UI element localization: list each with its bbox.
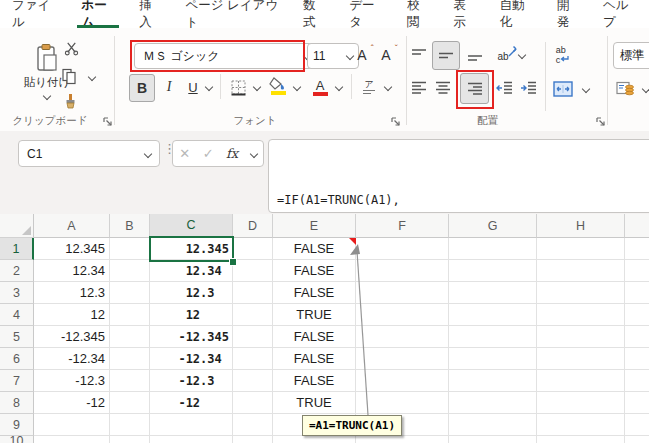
font-color-button[interactable]: A <box>308 74 332 100</box>
cell-B10[interactable] <box>110 436 150 443</box>
cell-partial[interactable] <box>625 370 649 392</box>
cell-B1[interactable] <box>110 238 150 260</box>
tab-help[interactable]: ヘルプ <box>591 0 649 28</box>
row-header-1[interactable]: 1 <box>0 238 34 260</box>
fill-color-button[interactable] <box>266 74 290 100</box>
underline-button[interactable]: U <box>183 74 203 100</box>
cell-partial[interactable] <box>625 238 649 260</box>
cell-F4[interactable] <box>356 304 449 326</box>
cell-B8[interactable] <box>110 392 150 414</box>
cell-A4[interactable]: 12 <box>34 304 110 326</box>
cell-F6[interactable] <box>356 348 449 370</box>
cell-F1[interactable] <box>356 238 449 260</box>
cell-E2[interactable]: FALSE <box>273 260 356 282</box>
cell-C7[interactable]: -12.3 <box>150 370 233 392</box>
cell-partial[interactable] <box>625 348 649 370</box>
cell-partial[interactable] <box>625 304 649 326</box>
orientation-button[interactable]: ab <box>490 43 516 67</box>
decrease-font-size-button[interactable]: Aˇ <box>375 43 397 67</box>
cell-C2[interactable]: 12.34 <box>150 260 233 282</box>
cell-G1[interactable] <box>449 238 537 260</box>
cell-B9[interactable] <box>110 414 150 436</box>
select-all-corner[interactable] <box>0 214 34 238</box>
tab-file[interactable]: ファイル <box>0 0 69 28</box>
cell-A9[interactable] <box>34 414 110 436</box>
cell-D2[interactable] <box>233 260 273 282</box>
cell-D10[interactable] <box>233 436 273 443</box>
orientation-dropdown-icon[interactable] <box>516 46 528 64</box>
cell-A5[interactable]: -12.345 <box>34 326 110 348</box>
cell-G2[interactable] <box>449 260 537 282</box>
cell-F3[interactable] <box>356 282 449 304</box>
row-header-3[interactable]: 3 <box>0 282 34 304</box>
column-header-f[interactable]: F <box>356 214 449 238</box>
phonetic-guide-button[interactable]: ア <box>357 74 381 100</box>
bottom-align-button[interactable] <box>464 43 486 67</box>
cell-G7[interactable] <box>449 370 537 392</box>
borders-button[interactable] <box>226 74 250 100</box>
cell-H5[interactable] <box>537 326 625 348</box>
cell-G8[interactable] <box>449 392 537 414</box>
cell-G6[interactable] <box>449 348 537 370</box>
tab-developer[interactable]: 開発 <box>545 0 591 28</box>
phonetic-dropdown-icon[interactable] <box>382 78 394 96</box>
cell-A6[interactable]: -12.34 <box>34 348 110 370</box>
underline-dropdown-icon[interactable] <box>203 78 215 96</box>
cell-D3[interactable] <box>233 282 273 304</box>
cell-B7[interactable] <box>110 370 150 392</box>
clipboard-dialog-launcher-icon[interactable] <box>102 116 113 127</box>
cell-E5[interactable]: FALSE <box>273 326 356 348</box>
cancel-icon[interactable]: ✕ <box>179 146 190 161</box>
cell-C8[interactable]: -12 <box>150 392 233 414</box>
formula-input[interactable]: =IF(A1=TRUNC(A1), TEXT(A1,"#,##0! ! ! ! … <box>268 139 649 213</box>
row-header-4[interactable]: 4 <box>0 304 34 326</box>
cell-A10[interactable] <box>34 436 110 443</box>
cell-D8[interactable] <box>233 392 273 414</box>
number-format-combo[interactable]: 標準 <box>613 42 649 69</box>
tab-data[interactable]: データ <box>337 0 395 28</box>
merge-center-button[interactable] <box>550 77 576 101</box>
cell-partial[interactable] <box>625 392 649 414</box>
cell-H9[interactable] <box>537 414 625 436</box>
cell-H4[interactable] <box>537 304 625 326</box>
cell-H1[interactable] <box>537 238 625 260</box>
cell-B2[interactable] <box>110 260 150 282</box>
insert-function-icon[interactable]: fx <box>226 146 238 161</box>
cell-H7[interactable] <box>537 370 625 392</box>
wrap-text-button[interactable]: ab c <box>550 43 576 67</box>
tab-page-layout[interactable]: ページ レイアウト <box>173 0 291 28</box>
cell-A3[interactable]: 12.3 <box>34 282 110 304</box>
cell-H6[interactable] <box>537 348 625 370</box>
tab-view[interactable]: 表示 <box>441 0 487 28</box>
cell-E4[interactable]: TRUE <box>273 304 356 326</box>
accounting-dropdown-icon[interactable] <box>640 80 649 98</box>
cell-C5[interactable]: -12.345 <box>150 326 233 348</box>
cell-G10[interactable] <box>449 436 537 443</box>
column-header-a[interactable]: A <box>34 214 110 238</box>
cell-E8[interactable]: TRUE <box>273 392 356 414</box>
align-right-button[interactable] <box>460 73 489 104</box>
tab-formulas[interactable]: 数式 <box>291 0 337 28</box>
cell-G9[interactable] <box>449 414 537 436</box>
row-header-6[interactable]: 6 <box>0 348 34 370</box>
borders-dropdown-icon[interactable] <box>251 78 263 96</box>
cell-C10[interactable] <box>150 436 233 443</box>
cell-D1[interactable] <box>233 238 273 260</box>
cell-G4[interactable] <box>449 304 537 326</box>
row-header-9[interactable]: 9 <box>0 414 34 436</box>
accounting-format-button[interactable] <box>612 76 638 100</box>
increase-indent-button[interactable] <box>517 76 539 100</box>
copy-button[interactable] <box>57 65 81 87</box>
cell-B6[interactable] <box>110 348 150 370</box>
cell-F2[interactable] <box>356 260 449 282</box>
cell-partial[interactable] <box>625 260 649 282</box>
cell-D5[interactable] <box>233 326 273 348</box>
align-center-button[interactable] <box>432 76 454 100</box>
cell-B3[interactable] <box>110 282 150 304</box>
fill-handle[interactable] <box>229 258 237 266</box>
cell-D7[interactable] <box>233 370 273 392</box>
cut-button[interactable] <box>60 39 82 57</box>
bold-button[interactable]: B <box>129 74 155 102</box>
tab-insert[interactable]: 挿入 <box>127 0 173 28</box>
fill-color-dropdown-icon[interactable] <box>291 78 303 96</box>
